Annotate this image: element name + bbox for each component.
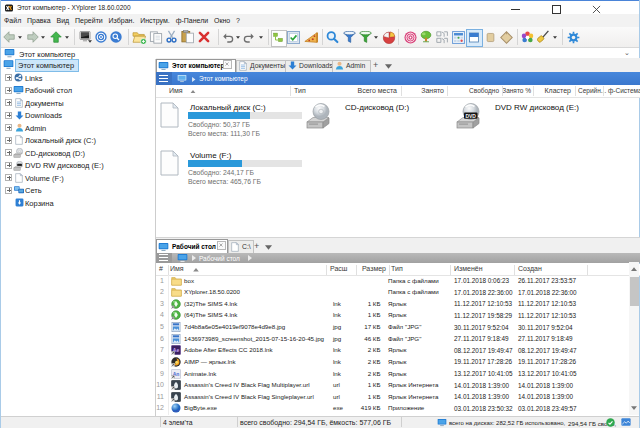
svg-text:DVD: DVD — [465, 113, 476, 119]
